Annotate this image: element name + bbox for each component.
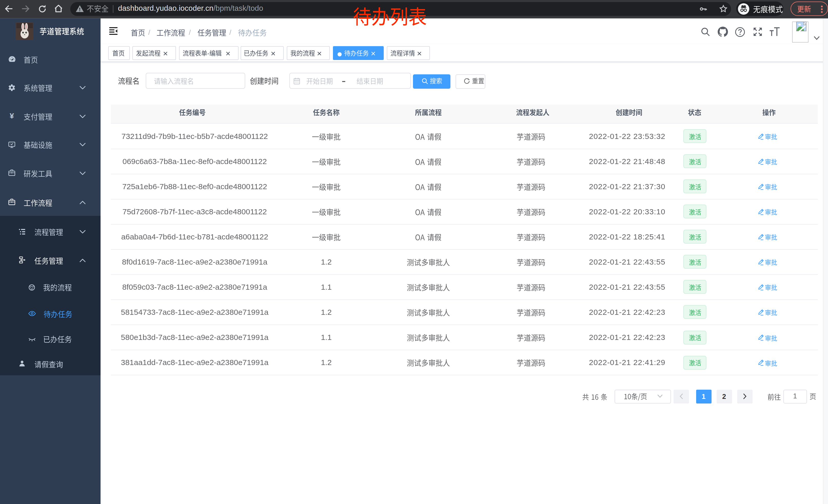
svg-text:¥: ¥ [9,112,14,120]
